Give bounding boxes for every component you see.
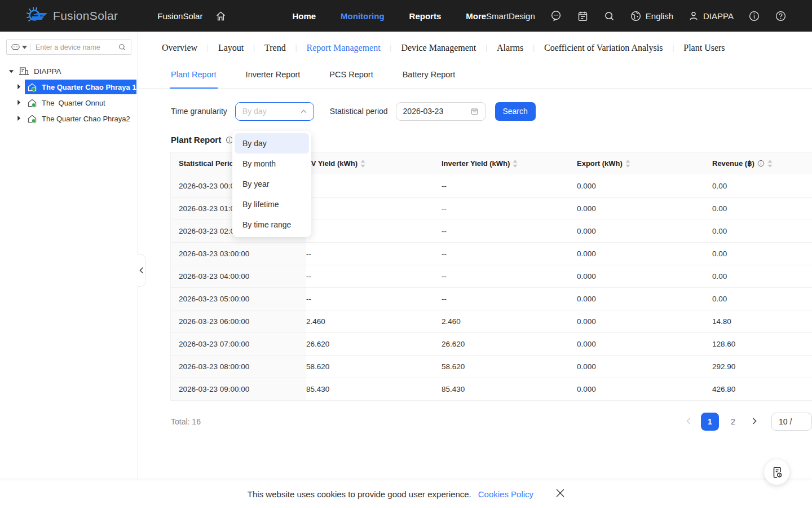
tab-trend[interactable]: Trend: [264, 43, 286, 53]
page-size-select[interactable]: 10 /: [771, 413, 812, 431]
col-revenue[interactable]: Revenue (฿): [712, 159, 812, 168]
tab-plant-users[interactable]: Plant Users: [683, 43, 725, 53]
smartdesign-link[interactable]: SmartDesign: [486, 11, 535, 21]
expand-arrow-icon[interactable]: [17, 100, 25, 106]
tab-coefficient-variation[interactable]: Coefficient of Variation Analysis: [544, 43, 663, 53]
cell-statistical-period: 2026-03-23 09:00:00: [171, 378, 306, 400]
expand-arrow-icon[interactable]: [17, 84, 25, 90]
cell-value: 128.60: [712, 340, 812, 348]
col-inverter-yield[interactable]: Inverter Yield (kWh): [442, 159, 577, 168]
dropdown-option-by-month[interactable]: By month: [235, 154, 309, 174]
report-settings-floating-button[interactable]: [764, 459, 789, 485]
sort-icon[interactable]: [513, 160, 518, 168]
col-pv-yield[interactable]: PV Yield (kWh): [306, 159, 442, 168]
time-granularity-select[interactable]: By day: [235, 102, 314, 121]
plant-name-label: The Quarter Onnut: [42, 99, 105, 107]
logo-wordmark: FusionSolar: [53, 9, 118, 23]
user-icon: [688, 10, 699, 21]
top-header: FusionSolar FusionSolar Home Monitoring …: [0, 0, 812, 32]
sort-icon[interactable]: [625, 160, 630, 168]
cell-value: --: [306, 204, 442, 213]
sort-icon[interactable]: [767, 160, 773, 168]
cell-value: --: [306, 249, 442, 258]
dropdown-option-by-lifetime[interactable]: By lifetime: [235, 194, 309, 214]
feedback-chat-icon[interactable]: [550, 10, 562, 22]
cell-value: 0.000: [577, 340, 712, 348]
globe-icon: [630, 10, 642, 22]
tab-pcs-report[interactable]: PCS Report: [329, 64, 373, 89]
col-export[interactable]: Export (kWh): [577, 159, 712, 168]
revenue-info-icon[interactable]: [757, 160, 765, 167]
expand-arrow-icon[interactable]: [9, 69, 14, 73]
tree-root-diappa[interactable]: DIAPPA: [0, 64, 138, 78]
tab-separator: |: [672, 43, 674, 52]
cell-value: 58.620: [442, 362, 577, 371]
tab-report-management[interactable]: Report Management: [307, 43, 381, 53]
sidebar-search-icon[interactable]: [118, 43, 126, 51]
cell-value: 0.000: [577, 317, 712, 326]
home-icon[interactable]: [215, 10, 227, 22]
device-type-icon: [11, 43, 20, 51]
page-button-2[interactable]: 2: [724, 413, 742, 431]
table-row: 2026-03-23 07:00:0026.62026.6200.000128.…: [171, 332, 812, 355]
tab-separator: |: [253, 43, 255, 52]
cell-statistical-period: 2026-03-23 06:00:00: [171, 310, 306, 332]
tree-item-plant-1[interactable]: The Quarter Chao Phraya 1: [0, 80, 138, 94]
info-icon[interactable]: [748, 10, 760, 22]
period-value: 2026-03-23: [403, 107, 470, 116]
nav-reports[interactable]: Reports: [409, 11, 442, 21]
sort-icon[interactable]: [360, 160, 365, 168]
cell-value: 0.00: [712, 272, 812, 281]
granularity-value: By day: [242, 107, 301, 116]
cell-value: --: [306, 295, 442, 303]
table-row: 2026-03-23 08:00:0058.62058.6200.000292.…: [171, 355, 812, 378]
expand-arrow-icon[interactable]: [17, 116, 25, 122]
plant-house-icon: [27, 82, 37, 92]
total-count: Total: 16: [171, 417, 201, 426]
tab-separator: |: [390, 43, 392, 52]
tab-overview[interactable]: Overview: [162, 43, 197, 53]
tree-item-plant-3[interactable]: The Quarter Chao Phraya2: [0, 111, 138, 126]
help-icon[interactable]: [775, 10, 787, 22]
statistical-period-input[interactable]: 2026-03-23: [396, 102, 486, 121]
tab-inverter-report[interactable]: Inverter Report: [246, 64, 301, 89]
prev-page-icon[interactable]: [681, 418, 696, 426]
cookies-policy-link[interactable]: Cookies Policy: [478, 489, 533, 499]
tab-plant-report[interactable]: Plant Report: [171, 64, 217, 89]
cell-value: --: [442, 272, 577, 281]
sidebar-collapse-handle[interactable]: [138, 254, 146, 287]
tab-battery-report[interactable]: Battery Report: [403, 64, 456, 89]
tab-device-management[interactable]: Device Management: [401, 43, 476, 53]
next-page-icon[interactable]: [747, 418, 762, 426]
search-icon[interactable]: [603, 10, 615, 22]
device-sidebar: DIAPPA The Quarter Chao Phraya 1: [0, 32, 138, 508]
cookie-message: This website uses cookies to provide goo…: [248, 489, 471, 499]
cell-value: 26.620: [442, 340, 577, 348]
tab-alarms[interactable]: Alarms: [497, 43, 523, 53]
cell-value: 0.00: [712, 204, 812, 213]
report-type-tabs: Plant Report Inverter Report PCS Report …: [139, 64, 812, 89]
user-account[interactable]: DIAPPA: [688, 10, 734, 21]
table-row: 2026-03-23 03:00:00----0.0000.00: [171, 242, 812, 265]
calendar-tasks-icon[interactable]: [577, 10, 589, 22]
page-button-1[interactable]: 1: [701, 413, 719, 431]
language-switch[interactable]: English: [630, 10, 673, 22]
search-button[interactable]: Search: [495, 102, 536, 121]
device-search-box[interactable]: [6, 40, 131, 55]
granularity-dropdown: By day By month By year By lifetime By t…: [232, 131, 311, 237]
current-plant-name[interactable]: FusionSolar: [157, 11, 202, 21]
cell-statistical-period: 2026-03-23 05:00:00: [171, 288, 306, 310]
tab-layout[interactable]: Layout: [218, 43, 244, 53]
dropdown-option-by-year[interactable]: By year: [235, 174, 309, 194]
tree-item-plant-2[interactable]: The Quarter Onnut: [0, 95, 138, 110]
table-row: 2026-03-23 05:00:00----0.0000.00: [171, 287, 812, 310]
dropdown-option-by-time-range[interactable]: By time range: [235, 214, 309, 235]
device-search-input[interactable]: [36, 43, 118, 51]
cookie-close-icon[interactable]: [556, 489, 564, 500]
dropdown-option-by-day[interactable]: By day: [235, 133, 309, 154]
cell-value: 0.00: [712, 182, 812, 190]
nav-monitoring[interactable]: Monitoring: [341, 11, 384, 21]
nav-home[interactable]: Home: [292, 11, 316, 21]
cell-value: 0.000: [577, 295, 712, 303]
nav-more[interactable]: More: [466, 11, 486, 21]
